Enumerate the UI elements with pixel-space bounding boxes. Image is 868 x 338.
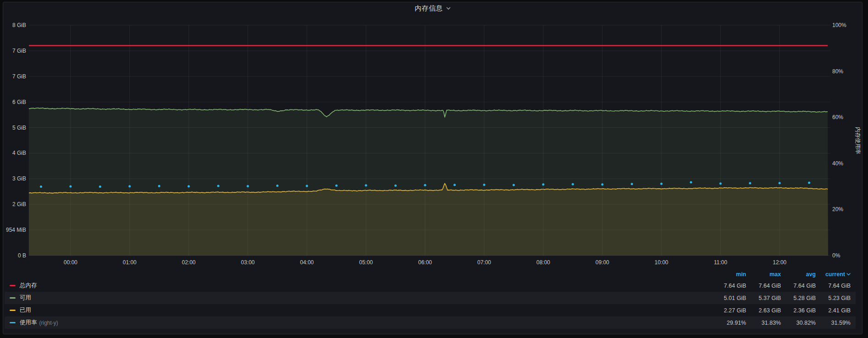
y-right-tick-label: 40% [832,160,843,167]
usage-point[interactable] [572,183,574,185]
legend-series-label[interactable]: 总内存 [20,282,37,289]
legend-row-total: 总内存7.64 GiB7.64 GiB7.64 GiB7.64 GiB [5,279,856,292]
series-fill-used [29,183,828,256]
usage-point[interactable] [424,184,426,186]
series-color-dash [10,285,16,286]
legend-value-current: 31.59% [816,320,851,326]
legend-value-current: 7.64 GiB [816,283,851,289]
x-tick-label: 04:00 [300,259,314,266]
x-tick-label: 12:00 [773,259,786,266]
legend-axis-hint: (right-y) [39,320,58,326]
usage-point[interactable] [40,185,42,188]
legend-table: minmaxavgcurrent总内存7.64 GiB7.64 GiB7.64 … [5,269,856,329]
y-axis-right-labels: 0%20%40%60%80%100% [832,22,846,259]
legend-value-max: 7.64 GiB [746,283,781,289]
usage-point[interactable] [394,185,397,187]
usage-point[interactable] [247,185,249,187]
x-tick-label: 05:00 [359,259,373,266]
usage-point[interactable] [158,185,160,187]
legend-value-max: 2.63 GiB [746,307,781,314]
legend-header-row: minmaxavgcurrent [5,269,856,279]
y-left-tick-label: 7 GiB [12,48,26,54]
usage-point[interactable] [661,183,663,185]
legend-row-available: 可用5.01 GiB5.37 GiB5.28 GiB5.23 GiB [5,292,856,304]
legend-series-label[interactable]: 使用率 [20,319,37,327]
usage-point[interactable] [129,185,131,187]
chevron-down-icon [846,273,851,276]
usage-point[interactable] [365,184,367,186]
y-left-tick-label: 7 GiB [12,73,26,80]
usage-point[interactable] [513,184,515,186]
legend-value-max: 5.37 GiB [746,295,781,301]
y-left-tick-label: 4 GiB [12,150,26,156]
x-axis-labels: 00:0001:0002:0003:0004:0005:0006:0007:00… [64,259,786,266]
legend-sort-header-max[interactable]: max [746,271,781,278]
y-left-tick-label: 0 B [18,252,26,259]
usage-point[interactable] [188,185,190,187]
legend-value-avg: 5.28 GiB [781,295,816,301]
x-tick-label: 09:00 [595,259,609,266]
legend-series-label[interactable]: 可用 [20,294,31,302]
x-tick-label: 10:00 [655,259,668,266]
panel-title-button[interactable]: 内存信息 [3,2,863,15]
memory-chart[interactable]: 0 B954 MiB2 GiB3 GiB4 GiB5 GiB6 GiB7 GiB… [0,0,868,269]
y-left-tick-label: 6 GiB [12,99,26,105]
y-right-tick-label: 20% [832,206,843,213]
legend-sort-header-min[interactable]: min [711,271,746,278]
y-left-tick-label: 2 GiB [12,201,26,207]
legend-value-min: 5.01 GiB [711,295,746,301]
x-tick-label: 07:00 [477,259,491,266]
legend-value-avg: 2.36 GiB [781,307,816,314]
legend-series-label[interactable]: 已用 [20,306,31,314]
usage-point[interactable] [631,183,633,185]
y-left-tick-label: 5 GiB [12,125,26,131]
usage-point[interactable] [779,182,781,184]
legend-row-usage: 使用率(right-y)29.91%31.83%30.82%31.59% [5,316,856,329]
usage-point[interactable] [335,185,338,187]
y-right-tick-label: 0% [832,252,841,259]
x-tick-label: 01:00 [123,259,136,266]
y-left-tick-label: 954 MiB [6,227,26,233]
legend-sort-header-avg[interactable]: avg [781,271,816,278]
x-tick-label: 03:00 [241,259,255,266]
y-axis-left-labels: 0 B954 MiB2 GiB3 GiB4 GiB5 GiB6 GiB7 GiB… [6,22,26,259]
legend-value-avg: 30.82% [781,320,816,326]
y-left-tick-label: 8 GiB [12,22,26,28]
usage-point[interactable] [720,182,722,185]
legend-value-current: 5.23 GiB [816,295,851,301]
legend-value-min: 29.91% [711,320,746,326]
legend-value-min: 7.64 GiB [711,283,746,289]
usage-point[interactable] [217,185,219,187]
usage-point[interactable] [808,182,810,184]
y-right-tick-label: 60% [832,114,843,120]
legend-sort-header-current[interactable]: current [816,271,851,278]
x-tick-label: 11:00 [714,259,727,266]
x-tick-label: 06:00 [418,259,432,266]
series-color-dash [10,310,16,311]
usage-point[interactable] [483,184,486,186]
usage-point[interactable] [601,183,604,185]
x-tick-label: 00:00 [64,259,77,266]
legend-row-used: 已用2.27 GiB2.63 GiB2.36 GiB2.41 GiB [5,304,856,316]
usage-point[interactable] [453,184,456,186]
usage-point[interactable] [749,182,751,185]
legend-value-current: 2.41 GiB [816,307,851,314]
series-color-dash [10,297,16,299]
usage-point[interactable] [690,181,692,183]
legend-value-avg: 7.64 GiB [781,283,816,289]
x-tick-label: 08:00 [536,259,550,266]
right-axis-title: 内存使用率 [855,127,861,154]
chevron-down-icon [446,7,451,10]
legend-value-min: 2.27 GiB [711,307,746,314]
usage-point[interactable] [542,183,545,185]
y-left-tick-label: 3 GiB [12,175,26,182]
panel-title: 内存信息 [415,4,442,13]
usage-point[interactable] [99,185,101,188]
series-color-dash [10,322,16,323]
y-right-tick-label: 100% [832,22,846,28]
usage-point[interactable] [70,185,72,188]
y-right-tick-label: 80% [832,68,843,75]
usage-point[interactable] [276,185,278,187]
usage-point[interactable] [306,185,308,187]
legend-value-max: 31.83% [746,320,781,326]
